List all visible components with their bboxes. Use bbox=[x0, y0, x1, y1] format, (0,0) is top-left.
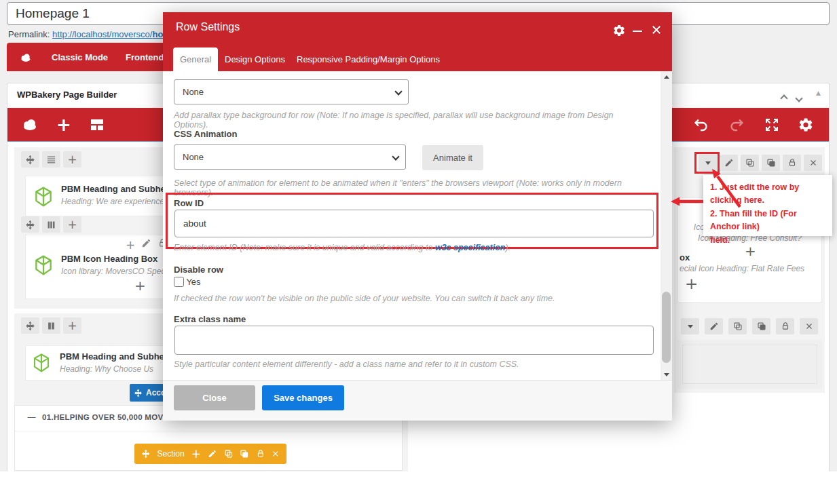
columns-layout-icon[interactable] bbox=[42, 216, 60, 233]
lock-icon[interactable] bbox=[256, 449, 265, 459]
permalink-base: http://localhost/moversco/ bbox=[52, 29, 152, 39]
clone-icon[interactable] bbox=[224, 449, 234, 459]
clone-icon bbox=[745, 158, 755, 168]
row-dropdown-toggle[interactable] bbox=[699, 155, 717, 171]
save-changes-button[interactable]: Save changes bbox=[262, 385, 344, 410]
classic-mode-button[interactable]: Classic Mode bbox=[52, 52, 108, 62]
drag-column-icon[interactable] bbox=[21, 216, 39, 233]
caret-down-icon bbox=[688, 325, 693, 328]
scrollbar-thumb[interactable] bbox=[662, 292, 671, 363]
settings-gear-icon[interactable] bbox=[798, 117, 814, 133]
add-icon[interactable]: + bbox=[191, 447, 201, 461]
parallax-select-value: None bbox=[183, 87, 204, 97]
disable-row-checkbox[interactable] bbox=[174, 277, 184, 287]
edit-row-button[interactable] bbox=[705, 318, 723, 334]
close-icon[interactable] bbox=[650, 24, 663, 36]
css-animation-help: Select type of animation for element to … bbox=[174, 178, 649, 197]
page-bottom bbox=[0, 471, 837, 504]
modal-footer: Close Save changes bbox=[163, 380, 672, 421]
element-title: PBM Icon Heading Box bbox=[61, 254, 157, 264]
edit-row-button[interactable] bbox=[720, 155, 738, 171]
modal-title: Row Settings bbox=[176, 21, 240, 33]
column-controls: + bbox=[21, 216, 81, 233]
delete-row-button[interactable] bbox=[800, 318, 818, 334]
element-subtitle: Heading: Why Choose Us bbox=[60, 364, 153, 374]
row-id-help: Enter element ID (Note: make sure it is … bbox=[174, 243, 649, 252]
disable-row-field: Yes bbox=[174, 277, 201, 287]
permalink-label: Permalink: bbox=[8, 29, 50, 39]
tooltip-line: 1. Just edit the row by clicking here. bbox=[710, 181, 825, 208]
tab-design-options[interactable]: Design Options bbox=[225, 47, 285, 71]
permalink-link[interactable]: http://localhost/moversco/homep bbox=[52, 29, 181, 39]
disable-row-checkbox-label: Yes bbox=[186, 277, 200, 287]
clone-row-button[interactable] bbox=[741, 155, 759, 171]
redo-icon[interactable] bbox=[728, 117, 745, 133]
extra-class-input[interactable] bbox=[174, 326, 654, 355]
tooltip-line: 2. Than fill the ID (For Anchor link) bbox=[710, 208, 825, 234]
add-column-icon[interactable]: + bbox=[63, 317, 81, 334]
clone-row-button[interactable] bbox=[728, 318, 747, 334]
animate-it-button[interactable]: Animate it bbox=[422, 145, 483, 170]
templates-icon[interactable] bbox=[89, 117, 105, 133]
permalink: Permalink: http://localhost/moversco/hom… bbox=[8, 29, 181, 39]
section-toolbar: Section + bbox=[134, 444, 286, 464]
add-element-icon[interactable]: + bbox=[63, 216, 81, 233]
scroll-down-icon[interactable] bbox=[661, 369, 672, 380]
add-element-icon[interactable]: + bbox=[134, 277, 146, 294]
parallax-select[interactable]: None bbox=[174, 79, 409, 104]
fullscreen-icon[interactable] bbox=[764, 117, 780, 133]
modal-header[interactable]: Row Settings General Design Options Resp… bbox=[163, 12, 672, 71]
row-id-input[interactable] bbox=[174, 210, 654, 237]
minimize-icon[interactable] bbox=[633, 31, 642, 32]
copy-row-button[interactable] bbox=[762, 155, 780, 171]
modal-settings-gear-icon[interactable] bbox=[612, 24, 626, 37]
row-layout-icon[interactable] bbox=[42, 317, 60, 334]
edit-pencil-icon[interactable] bbox=[141, 238, 151, 248]
add-element-icon[interactable]: + bbox=[685, 275, 698, 292]
delete-row-button[interactable] bbox=[804, 155, 822, 171]
collapse-toggle-icon[interactable]: ▲ bbox=[816, 90, 821, 96]
css-animation-label: CSS Animation bbox=[174, 129, 237, 139]
edit-pencil-icon bbox=[724, 158, 734, 168]
extra-class-help: Style particular content element differe… bbox=[174, 360, 649, 369]
drag-section-icon[interactable] bbox=[141, 449, 151, 459]
element-subtitle-fragment: ecial Icon Heading: Flat Rate Fees bbox=[680, 264, 804, 273]
lock-row-button[interactable] bbox=[776, 318, 794, 334]
lock-icon bbox=[787, 158, 797, 168]
copy-row-button[interactable] bbox=[752, 318, 770, 334]
chevron-down-icon bbox=[394, 88, 402, 95]
drag-row-icon[interactable] bbox=[21, 317, 39, 334]
css-animation-select[interactable]: None bbox=[174, 144, 406, 170]
copy-icon bbox=[766, 158, 776, 168]
add-icon[interactable]: + bbox=[126, 238, 135, 252]
add-element-icon[interactable]: + bbox=[56, 113, 71, 137]
row-controls-toolbar-2 bbox=[681, 318, 818, 334]
move-up-icon[interactable] bbox=[781, 92, 787, 104]
drag-row-icon[interactable] bbox=[21, 151, 39, 168]
collapse-dash-icon: — bbox=[27, 412, 36, 422]
metabox-title: WPBakery Page Builder bbox=[17, 90, 117, 100]
pbm-logo-icon bbox=[33, 254, 54, 276]
extra-class-label: Extra class name bbox=[174, 314, 246, 324]
move-down-icon[interactable] bbox=[796, 92, 802, 104]
edit-pencil-icon[interactable] bbox=[208, 449, 217, 459]
undo-icon[interactable] bbox=[693, 117, 709, 133]
row-layout-icon[interactable] bbox=[42, 151, 60, 168]
tab-general[interactable]: General bbox=[173, 47, 218, 71]
cloud-icon bbox=[18, 52, 34, 63]
copy-icon[interactable] bbox=[240, 449, 249, 459]
scroll-up-icon[interactable] bbox=[661, 71, 672, 82]
modal-scrollbar[interactable] bbox=[661, 71, 672, 380]
tab-responsive-options[interactable]: Responsive Padding/Margin Options bbox=[297, 47, 440, 71]
lock-icon bbox=[781, 322, 790, 331]
row-dropdown-toggle[interactable] bbox=[681, 318, 699, 334]
delete-x-icon[interactable] bbox=[272, 449, 280, 459]
screen: Homepage 1 Permalink: http://localhost/m… bbox=[0, 0, 837, 504]
add-column-icon[interactable]: + bbox=[63, 151, 81, 168]
close-button[interactable]: Close bbox=[174, 385, 255, 410]
section-label: Section bbox=[157, 449, 185, 459]
tooltip-line: field. bbox=[710, 234, 825, 247]
lock-row-button[interactable] bbox=[783, 155, 801, 171]
row1-controls: + bbox=[21, 151, 81, 168]
w3c-specification-link[interactable]: w3c specification bbox=[435, 243, 506, 252]
